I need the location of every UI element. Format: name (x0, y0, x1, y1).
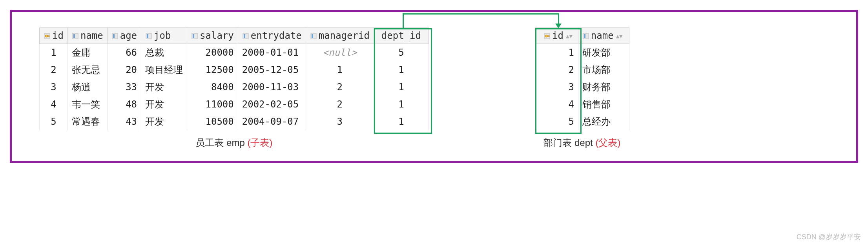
cell-id: 5 (535, 113, 578, 130)
column-icon (310, 33, 317, 40)
emp-col-name: name (67, 28, 107, 44)
svg-rect-8 (147, 34, 148, 38)
cell-salary: 20000 (187, 44, 238, 62)
cell-name: 常遇春 (67, 113, 107, 130)
cell-name: 张无忌 (67, 61, 107, 78)
caption-text: 部门表 dept (543, 137, 595, 148)
column-icon (582, 33, 589, 40)
cell-age: 33 (107, 78, 141, 96)
caption-suffix: (子表) (247, 137, 272, 148)
cell-dept_id: 5 (374, 44, 429, 62)
cell-id: 5 (40, 113, 68, 130)
cell-name: 总经办 (578, 113, 629, 130)
cell-entrydate: 2004-09-07 (238, 113, 306, 130)
svg-rect-4 (73, 34, 75, 38)
cell-job: 开发 (141, 113, 187, 130)
cell-age: 66 (107, 44, 141, 62)
emp-table: id name age job salary entrydate manager… (39, 27, 429, 130)
cell-managerid: 1 (306, 61, 374, 78)
emp-col-salary: salary (187, 28, 238, 44)
cell-dept_id: 1 (374, 61, 429, 78)
cell-entrydate: 2005-12-05 (238, 61, 306, 78)
caption-text: 员工表 emp (195, 137, 247, 148)
table-row: 4销售部 (535, 96, 629, 113)
table-row: 2市场部 (535, 61, 629, 78)
col-label: dept_id (381, 30, 421, 41)
cell-id: 1 (40, 44, 68, 62)
emp-table-block: id name age job salary entrydate manager… (39, 27, 429, 149)
cell-dept_id: 1 (374, 96, 429, 113)
cell-salary: 10500 (187, 113, 238, 130)
cell-managerid: <null> (306, 44, 374, 62)
sort-icon: ▲▼ (566, 33, 573, 39)
fk-connector (403, 13, 404, 28)
cell-job: 项目经理 (141, 61, 187, 78)
column-icon (191, 33, 198, 40)
emp-col-entrydate: entrydate (238, 28, 306, 44)
dept-table: id▲▼ name▲▼ 1研发部2市场部3财务部4销售部5总经办 (535, 27, 629, 130)
cell-entrydate: 2000-11-03 (238, 78, 306, 96)
sort-icon: ▲▼ (616, 33, 623, 39)
column-icon (72, 33, 79, 40)
emp-col-job: job (141, 28, 187, 44)
col-label: id (552, 30, 563, 41)
svg-rect-10 (193, 34, 194, 38)
col-label: job (154, 30, 171, 41)
col-label: salary (200, 30, 234, 41)
cell-name: 金庸 (67, 44, 107, 62)
column-icon (145, 33, 152, 40)
emp-col-age: age (107, 28, 141, 44)
cell-managerid: 2 (306, 78, 374, 96)
col-label: name (80, 30, 103, 41)
dept-caption: 部门表 dept (父表) (543, 137, 620, 149)
dept-table-block: id▲▼ name▲▼ 1研发部2市场部3财务部4销售部5总经办 部门表 dep… (535, 27, 629, 149)
cell-id: 2 (535, 61, 578, 78)
table-row: 3杨逍33开发84002000-11-0321 (40, 78, 429, 96)
col-label: id (52, 30, 64, 41)
cell-entrydate: 2002-02-05 (238, 96, 306, 113)
cell-managerid: 2 (306, 96, 374, 113)
fk-connector (403, 13, 558, 15)
cell-age: 43 (107, 113, 141, 130)
column-icon (111, 33, 119, 40)
cell-salary: 8400 (187, 78, 238, 96)
dept-col-name: name▲▼ (578, 28, 629, 44)
cell-salary: 11000 (187, 96, 238, 113)
cell-id: 4 (535, 96, 578, 113)
cell-entrydate: 2000-01-01 (238, 44, 306, 62)
cell-id: 1 (535, 44, 578, 62)
cell-job: 总裁 (141, 44, 187, 62)
table-row: 1金庸66总裁200002000-01-01<null>5 (40, 44, 429, 62)
svg-rect-2 (47, 36, 49, 36)
emp-col-managerid: managerid (306, 28, 374, 44)
table-row: 5总经办 (535, 113, 629, 130)
col-label: entrydate (251, 30, 302, 41)
cell-name: 韦一笑 (67, 96, 107, 113)
diagram-container: id name age job salary entrydate manager… (10, 10, 858, 163)
col-label: age (120, 30, 137, 41)
col-label: managerid (319, 30, 370, 41)
dept-col-id: id▲▼ (535, 28, 578, 44)
svg-rect-17 (547, 36, 549, 36)
cell-id: 4 (40, 96, 68, 113)
table-row: 2张无忌20项目经理125002005-12-0511 (40, 61, 429, 78)
primary-key-icon (44, 33, 51, 40)
table-row: 5常遇春43开发105002004-09-0731 (40, 113, 429, 130)
cell-dept_id: 1 (374, 78, 429, 96)
emp-col-dept-id: dept_id (374, 28, 429, 44)
column-icon (242, 33, 249, 40)
cell-id: 3 (535, 78, 578, 96)
cell-name: 市场部 (578, 61, 629, 78)
table-row: 1研发部 (535, 44, 629, 62)
cell-dept_id: 1 (374, 113, 429, 130)
cell-name: 杨逍 (67, 78, 107, 96)
cell-age: 48 (107, 96, 141, 113)
fk-connector (558, 13, 559, 24)
svg-rect-6 (113, 34, 115, 38)
cell-salary: 12500 (187, 61, 238, 78)
emp-caption: 员工表 emp (子表) (195, 137, 272, 149)
table-row: 3财务部 (535, 78, 629, 96)
svg-rect-14 (312, 34, 313, 38)
cell-id: 2 (40, 61, 68, 78)
svg-rect-12 (244, 34, 245, 38)
